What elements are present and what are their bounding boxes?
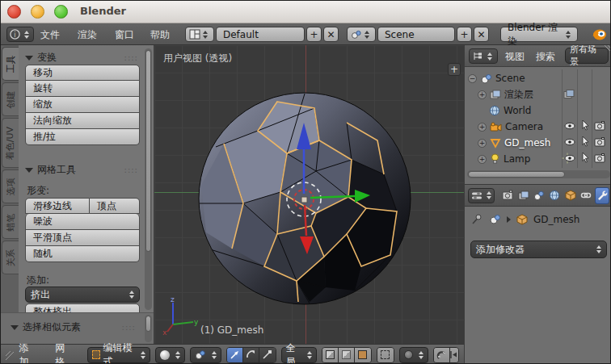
scene-name-field[interactable]: Scene [377,27,455,42]
window-minimize-button[interactable] [31,5,44,19]
tab-create[interactable]: 创建 [2,82,19,116]
panel-header-mesh-tools[interactable]: 网格工具 :::: [25,163,138,177]
collapse-expander-icon[interactable]: + [478,123,487,132]
outliner-row-world[interactable]: World [489,103,611,119]
select-similar-scrollbar[interactable] [145,315,152,342]
vertex-select-button[interactable] [322,348,339,362]
tab-tools[interactable]: 工具 [2,47,19,81]
tab-options[interactable]: 选项 [2,169,19,203]
screen-layout-add-button[interactable]: + [306,27,322,42]
outliner-menu-search[interactable]: 搜索 [536,50,555,64]
tab-grease-pencil[interactable]: 蜡笔 [2,205,19,239]
outliner-row-lamp[interactable]: + Lamp [478,151,611,167]
area-resize-corner-icon[interactable] [602,45,611,55]
renderability-camera-icon[interactable] [594,153,605,164]
viewport-shading-dropdown[interactable] [155,347,185,363]
render-engine-dropdown[interactable]: Blender 渲染 [500,27,578,42]
menu-add[interactable]: 添加 [19,341,36,364]
button-extrude-individual[interactable]: 整体挤出 [25,303,140,312]
renderability-camera-icon[interactable] [594,120,605,132]
menu-help[interactable]: 帮助 [150,28,170,42]
object-cube-icon[interactable] [516,214,528,225]
extrude-dropdown[interactable]: 挤出 [25,287,140,303]
button-slide-vertex[interactable]: 顶点 [90,198,140,214]
outliner-menu-view[interactable]: 视图 [505,50,525,64]
panel-header-transform[interactable]: 变换 :::: [25,51,138,65]
manipulator-translate-button[interactable] [227,348,243,362]
props-tab-render[interactable] [500,187,514,204]
panel-drag-dots-icon[interactable]: :::: [122,323,136,332]
visibility-eye-icon[interactable] [564,153,575,164]
props-tab-render-layers[interactable] [516,187,530,204]
props-tab-object[interactable] [563,187,577,204]
collapse-expander-icon[interactable]: − [468,74,477,83]
outliner-row-scene[interactable]: − Scene [468,70,609,86]
editor-type-outliner-button[interactable] [469,48,498,64]
collapse-expander-icon[interactable]: + [478,155,487,164]
selectability-cursor-icon[interactable] [579,136,591,147]
outliner-row-camera[interactable]: + Camera [478,119,611,135]
transform-orientation-dropdown[interactable]: 全局 [281,347,317,363]
breadcrumb-object-name[interactable]: GD_mesh [533,214,579,225]
screen-layout-delete-button[interactable]: ✕ [323,27,339,42]
button-slide-edge[interactable]: 滑移边线 [25,198,90,214]
props-tab-modifiers[interactable] [595,187,609,204]
manipulator-rotate-button[interactable] [243,348,259,362]
expand-properties-region-button[interactable]: + [448,63,461,76]
window-maximize-button[interactable] [54,5,68,19]
pin-icon[interactable] [471,213,483,225]
selectability-cursor-icon[interactable] [579,152,591,163]
button-smooth-vertex[interactable]: 平滑顶点 [25,230,140,246]
scene-selector-icon-button[interactable] [347,27,376,42]
props-tab-scene[interactable] [532,187,546,204]
panel-drag-dots-icon[interactable]: :::: [124,53,138,62]
tool-shelf-scrollbar[interactable] [145,48,152,310]
button-shrink-fatten[interactable]: 法向缩放 [25,113,140,129]
editor-type-info-button[interactable]: i [6,27,34,42]
mode-dropdown[interactable]: 编辑模式 [87,347,150,363]
button-noise[interactable]: 噪波 [25,214,140,230]
proportional-edit-dropdown[interactable] [399,347,428,363]
limit-selection-visible-button[interactable] [377,348,394,362]
scene-delete-button[interactable]: ✕ [474,27,489,42]
visibility-eye-icon[interactable] [564,120,575,132]
button-push-pull[interactable]: 推/拉 [25,129,140,145]
menu-window[interactable]: 窗口 [115,28,134,42]
renderability-camera-icon[interactable] [594,136,605,148]
outliner-row-render-layers[interactable]: + 渲染层 [478,86,611,103]
mesh-object-gd-mesh[interactable] [196,90,413,307]
button-randomize[interactable]: 随机 [25,246,140,262]
collapse-expander-icon[interactable]: + [478,90,487,99]
panel-drag-dots-icon[interactable]: :::: [124,165,138,174]
area-resize-corner-icon[interactable] [6,349,14,362]
area-resize-corner-icon[interactable] [453,46,463,56]
window-close-button[interactable] [7,5,21,19]
visibility-eye-icon[interactable] [564,136,575,148]
screen-layout-icon-button[interactable] [185,27,214,42]
button-scale[interactable]: 缩放 [25,97,140,113]
selectability-cursor-icon[interactable] [579,119,591,131]
manipulator-scale-button[interactable] [259,348,276,362]
snap-element-button[interactable] [450,348,458,362]
button-rotate[interactable]: 旋转 [25,81,140,97]
outliner-horizontal-scrollbar[interactable] [467,170,610,178]
collapse-expander-icon[interactable]: + [478,139,487,148]
add-modifier-dropdown[interactable]: 添加修改器 [470,241,607,258]
menu-mesh[interactable]: 网格 [55,341,72,364]
edge-select-button[interactable] [339,348,355,362]
button-translate[interactable]: 移动 [25,65,140,81]
menu-file[interactable]: 文件 [40,28,60,42]
tab-relations[interactable]: 关系 [2,241,19,274]
pivot-point-dropdown[interactable] [190,347,221,363]
props-tab-world[interactable] [548,187,562,204]
menu-render[interactable]: 渲染 [78,28,97,42]
panel-header-select-similar[interactable]: 选择相似元素 :::: [11,320,136,334]
tab-shading-uv[interactable]: 着色/UV [2,118,19,168]
viewport-3d[interactable]: 用户视图 (透视) (1) GD_mesh z y x + [154,45,464,344]
scene-icon[interactable] [489,214,501,224]
render-layer-toggle-icon[interactable] [563,89,575,100]
outliner-row-gd-mesh[interactable]: + GD_mesh [478,135,611,151]
props-tab-constraints[interactable] [579,187,593,204]
face-select-button[interactable] [355,348,371,362]
editor-type-properties-button[interactable] [468,188,495,203]
